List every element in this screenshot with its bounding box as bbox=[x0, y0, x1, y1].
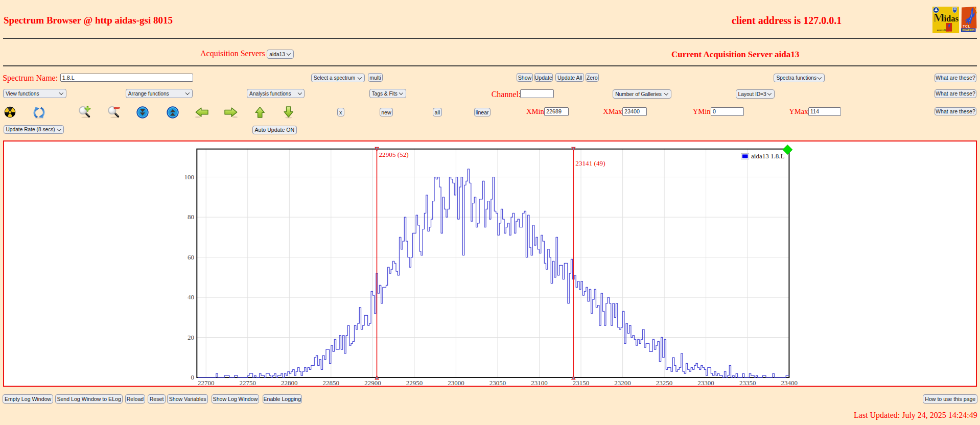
svg-text:23200: 23200 bbox=[614, 379, 631, 386]
svg-text:23150: 23150 bbox=[572, 379, 589, 386]
svg-text:23400: 23400 bbox=[781, 379, 798, 386]
svg-text:100: 100 bbox=[184, 173, 194, 180]
svg-text:60: 60 bbox=[188, 253, 194, 261]
svg-text:TCL: TCL bbox=[963, 25, 970, 28]
svg-text:23100: 23100 bbox=[531, 379, 548, 386]
svg-text:aida13 1.8.L: aida13 1.8.L bbox=[751, 152, 784, 159]
svg-text:20: 20 bbox=[188, 333, 194, 341]
svg-text:22950: 22950 bbox=[406, 379, 423, 386]
svg-text:idas: idas bbox=[944, 14, 959, 23]
svg-text:POWERED: POWERED bbox=[946, 31, 953, 32]
svg-text:M: M bbox=[933, 11, 945, 24]
svg-text:POWERED: POWERED bbox=[962, 29, 975, 32]
svg-text:0: 0 bbox=[191, 373, 194, 381]
svg-text:80: 80 bbox=[188, 213, 194, 221]
svg-text:23250: 23250 bbox=[656, 379, 672, 386]
svg-text:23350: 23350 bbox=[739, 379, 756, 386]
svg-text:22850: 22850 bbox=[322, 379, 339, 386]
svg-text:23300: 23300 bbox=[697, 379, 714, 386]
svg-text:22900: 22900 bbox=[364, 379, 381, 386]
svg-text:40: 40 bbox=[188, 293, 194, 301]
svg-text:22905 (52): 22905 (52) bbox=[379, 151, 408, 158]
svg-text:23000: 23000 bbox=[448, 379, 464, 386]
svg-text:22800: 22800 bbox=[281, 379, 298, 386]
svg-text:23050: 23050 bbox=[489, 379, 506, 386]
svg-text:22700: 22700 bbox=[197, 379, 214, 386]
svg-text:23141 (49): 23141 (49) bbox=[575, 159, 605, 167]
svg-text:22750: 22750 bbox=[239, 379, 256, 386]
svg-text:powered by: powered by bbox=[937, 29, 947, 31]
